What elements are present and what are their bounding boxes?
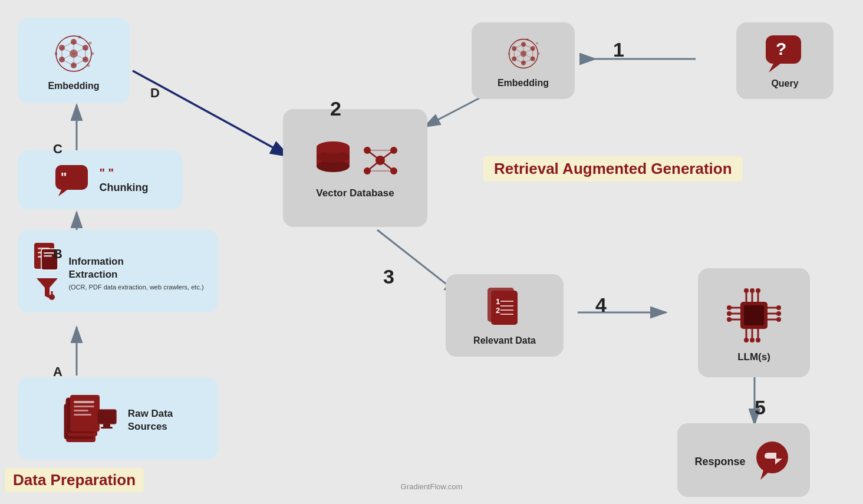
svg-rect-114 [744, 305, 764, 325]
step-4: 4 [595, 294, 607, 317]
query-box: ? Query [736, 22, 834, 99]
svg-point-128 [750, 288, 755, 293]
raw-data-box: Raw DataSources [18, 377, 218, 460]
query-icon: ? [763, 32, 807, 75]
step-1: 1 [613, 38, 624, 61]
rag-title-box: Retrieval Augmented Generation [483, 156, 743, 182]
svg-point-135 [727, 317, 732, 322]
relevant-data-icon: 1 2 [483, 285, 527, 332]
data-preparation-title: Data Preparation [13, 471, 136, 489]
svg-line-86 [523, 44, 533, 48]
svg-marker-38 [58, 190, 67, 196]
svg-rect-55 [74, 401, 94, 403]
svg-point-48 [49, 294, 55, 300]
svg-point-99 [536, 42, 538, 45]
vector-db-icon [311, 137, 400, 184]
llm-box: LLM(s) [698, 268, 810, 377]
svg-rect-56 [74, 406, 94, 407]
svg-point-138 [776, 317, 781, 322]
embedding-left-label: Embedding [48, 81, 99, 91]
svg-point-100 [538, 52, 540, 55]
info-extraction-label: InformationExtraction [68, 255, 124, 281]
svg-line-87 [514, 44, 523, 48]
step-3: 3 [383, 265, 394, 288]
svg-point-131 [750, 338, 755, 342]
svg-point-66 [317, 141, 350, 153]
info-extraction-sub: (OCR, PDF data extraction, web crawlers,… [68, 284, 203, 291]
svg-point-36 [55, 52, 58, 55]
svg-point-33 [89, 41, 92, 44]
relevant-data-label: Relevant Data [473, 335, 536, 346]
svg-point-34 [91, 52, 94, 55]
svg-line-20 [74, 42, 85, 48]
svg-line-73 [380, 150, 394, 160]
svg-rect-54 [70, 395, 100, 431]
svg-marker-47 [37, 278, 58, 298]
data-preparation-title-box: Data Preparation [5, 468, 144, 492]
info-extraction-box: InformationExtraction (OCR, PDF data ext… [18, 230, 218, 312]
embedding-right-box: Embedding [472, 22, 575, 99]
svg-marker-103 [769, 64, 780, 73]
diagram-container: Embedding " " " Chunking [0, 0, 863, 504]
svg-point-32 [78, 35, 81, 38]
letter-a: A [53, 364, 62, 380]
svg-line-6 [133, 71, 289, 156]
llm-label: LLM(s) [737, 351, 770, 363]
embedding-left-box: Embedding [18, 18, 130, 103]
svg-marker-140 [760, 470, 770, 480]
letter-d: D [150, 85, 160, 101]
vector-db-box: Vector Database [283, 109, 427, 227]
svg-text:": " [61, 170, 67, 185]
svg-point-137 [776, 311, 781, 316]
svg-point-133 [727, 305, 732, 310]
svg-rect-46 [44, 255, 52, 257]
svg-rect-60 [103, 424, 110, 427]
response-box: Response [677, 423, 810, 497]
svg-point-98 [526, 38, 529, 41]
svg-text:2: 2 [496, 306, 500, 315]
raw-data-icon [63, 389, 122, 448]
svg-point-130 [744, 338, 749, 342]
rag-title: Retrieval Augmented Generation [494, 160, 732, 177]
svg-text:1: 1 [496, 297, 500, 306]
svg-rect-57 [74, 410, 88, 411]
svg-point-127 [744, 288, 749, 293]
svg-line-21 [62, 42, 74, 48]
letter-b: B [53, 246, 62, 262]
chunking-box: " " " Chunking [18, 150, 183, 209]
svg-rect-106 [491, 291, 518, 325]
svg-point-101 [508, 52, 510, 55]
embedding-left-icon [50, 30, 97, 77]
svg-rect-61 [101, 427, 113, 429]
svg-line-25 [62, 60, 74, 65]
svg-rect-58 [74, 414, 91, 416]
svg-line-91 [514, 59, 523, 63]
svg-point-134 [727, 311, 732, 316]
svg-line-75 [380, 160, 394, 171]
relevant-data-box: 1 2 Relevant Data [446, 274, 564, 357]
svg-point-136 [776, 305, 781, 310]
svg-rect-59 [97, 410, 116, 424]
svg-text:?: ? [776, 39, 786, 58]
step-5: 5 [755, 396, 766, 419]
raw-data-label: Raw DataSources [128, 407, 173, 433]
vector-db-label: Vector Database [316, 187, 394, 199]
step-2: 2 [330, 97, 341, 120]
svg-point-129 [756, 288, 760, 293]
watermark: GradientFlow.com [401, 482, 463, 491]
llm-icon [722, 283, 786, 348]
embedding-right-label: Embedding [498, 78, 549, 88]
svg-line-24 [74, 60, 85, 65]
response-icon [752, 440, 793, 481]
embedding-right-icon [503, 33, 544, 74]
chunking-icon: " [52, 162, 94, 197]
svg-line-74 [367, 160, 380, 171]
response-label: Response [694, 456, 745, 468]
svg-point-35 [87, 64, 90, 67]
svg-line-90 [523, 59, 533, 63]
svg-point-132 [756, 338, 760, 342]
chunking-label: Chunking [100, 182, 149, 194]
letter-c: C [53, 141, 62, 157]
svg-line-72 [367, 150, 380, 160]
query-label: Query [771, 78, 798, 89]
